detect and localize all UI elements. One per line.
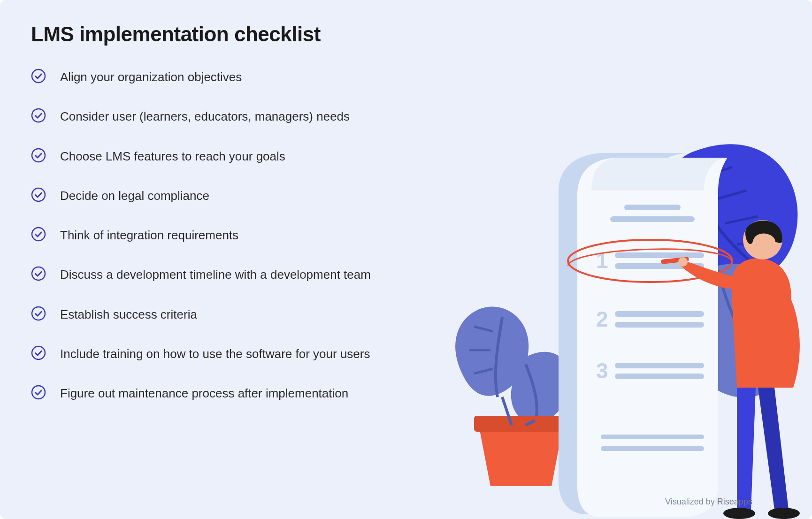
list-item-label: Establish success criteria bbox=[60, 305, 197, 324]
person-icon bbox=[661, 220, 800, 519]
list-item: Align your organization objectives bbox=[31, 68, 453, 86]
check-circle-icon bbox=[31, 148, 46, 163]
svg-rect-17 bbox=[615, 311, 704, 317]
svg-text:1: 1 bbox=[596, 248, 608, 273]
checklist: Align your organization objectives Consi… bbox=[31, 68, 453, 403]
leaf-icon bbox=[688, 264, 797, 397]
list-item-label: Choose LMS features to reach your goals bbox=[60, 147, 285, 166]
illustration: 1 2 3 bbox=[427, 125, 812, 519]
check-circle-icon bbox=[31, 306, 46, 321]
svg-point-0 bbox=[32, 69, 45, 83]
svg-text:2: 2 bbox=[596, 307, 608, 331]
svg-point-15 bbox=[568, 240, 732, 282]
svg-rect-13 bbox=[615, 252, 704, 258]
list-item: Consider user (learners, educators, mana… bbox=[31, 107, 453, 126]
list-item-label: Align your organization objectives bbox=[60, 68, 242, 86]
check-circle-icon bbox=[31, 227, 46, 242]
list-item: Think of integration requirements bbox=[31, 226, 453, 244]
list-item-label: Think of integration requirements bbox=[60, 226, 238, 244]
check-circle-icon bbox=[31, 385, 46, 400]
check-circle-icon bbox=[31, 345, 46, 360]
svg-rect-11 bbox=[610, 216, 695, 222]
list-item: Discuss a development timeline with a de… bbox=[31, 265, 453, 284]
list-item: Choose LMS features to reach your goals bbox=[31, 147, 453, 166]
check-circle-icon bbox=[31, 108, 46, 123]
svg-rect-9 bbox=[474, 416, 568, 432]
svg-point-7 bbox=[32, 346, 45, 359]
list-item-label: Include training on how to use the softw… bbox=[60, 344, 370, 363]
check-circle-icon bbox=[31, 266, 46, 281]
svg-point-4 bbox=[32, 228, 45, 241]
content-column: LMS implementation checklist Align your … bbox=[31, 23, 453, 424]
credit-brand: Riseapps bbox=[717, 497, 752, 506]
svg-rect-20 bbox=[615, 363, 704, 368]
svg-point-8 bbox=[32, 386, 45, 399]
svg-point-5 bbox=[32, 267, 45, 280]
infographic-card: LMS implementation checklist Align your … bbox=[0, 0, 812, 519]
credit-prefix: Visualized by bbox=[665, 497, 717, 506]
list-item: Figure out maintenance process after imp… bbox=[31, 384, 453, 403]
document-icon: 1 2 3 bbox=[559, 153, 732, 517]
svg-rect-21 bbox=[615, 374, 704, 379]
svg-point-24 bbox=[723, 508, 755, 519]
list-item: Include training on how to use the softw… bbox=[31, 344, 453, 363]
svg-point-26 bbox=[743, 220, 782, 260]
svg-point-3 bbox=[32, 188, 45, 201]
svg-text:3: 3 bbox=[596, 359, 608, 383]
svg-rect-18 bbox=[615, 322, 704, 328]
check-circle-icon bbox=[31, 69, 46, 84]
list-item-label: Figure out maintenance process after imp… bbox=[60, 384, 348, 403]
plant-icon bbox=[455, 306, 570, 486]
svg-rect-27 bbox=[661, 257, 689, 264]
list-item: Decide on legal compliance bbox=[31, 186, 453, 205]
list-item: Establish success criteria bbox=[31, 305, 453, 324]
list-item-label: Consider user (learners, educators, mana… bbox=[60, 107, 350, 126]
list-item-label: Decide on legal compliance bbox=[60, 186, 209, 205]
svg-point-2 bbox=[32, 149, 45, 162]
svg-point-6 bbox=[32, 307, 45, 320]
page-title: LMS implementation checklist bbox=[31, 23, 453, 46]
check-circle-icon bbox=[31, 187, 46, 202]
svg-rect-22 bbox=[601, 435, 704, 439]
credit-line: Visualized by Riseapps bbox=[648, 497, 770, 507]
svg-rect-10 bbox=[624, 205, 681, 210]
list-item-label: Discuss a development timeline with a de… bbox=[60, 265, 371, 284]
svg-rect-23 bbox=[601, 446, 704, 451]
leaf-icon bbox=[664, 144, 798, 284]
svg-point-25 bbox=[768, 508, 800, 519]
svg-point-28 bbox=[678, 257, 688, 267]
svg-point-1 bbox=[32, 109, 45, 122]
svg-rect-14 bbox=[615, 263, 704, 269]
